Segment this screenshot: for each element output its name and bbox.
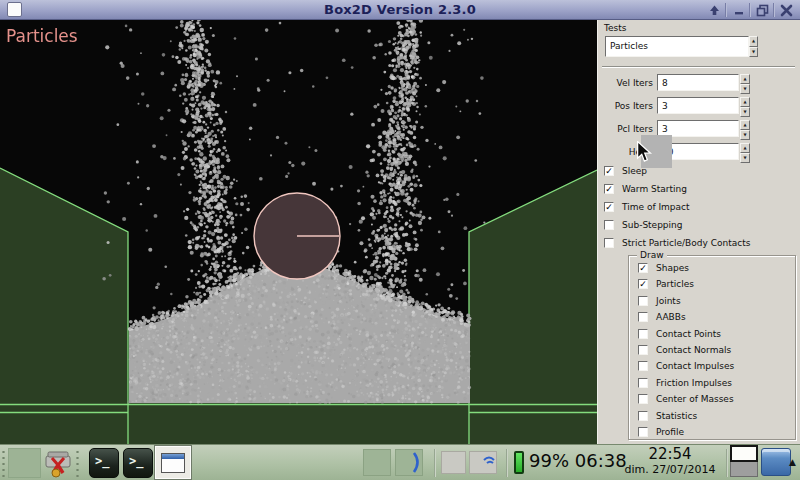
restore-button[interactable] (752, 2, 773, 19)
control-sidebar: Tests Particles ▲ ▼ Vel Iters8▲▼Pos Iter… (597, 20, 800, 444)
unchecked-box-icon[interactable] (638, 411, 648, 421)
mouse-cursor (636, 141, 653, 165)
active-window-task-button[interactable] (155, 446, 191, 479)
pager-inactive-desktop[interactable] (730, 462, 758, 477)
battery-percent: 99% (529, 450, 569, 471)
restore-icon (756, 4, 769, 17)
panel-grip-handle[interactable] (75, 449, 81, 477)
listbox-up-icon[interactable]: ▲ (749, 36, 758, 47)
menu-launcher-button[interactable] (8, 448, 41, 478)
checked-box-icon[interactable]: ✓ (638, 263, 648, 273)
separator (726, 449, 728, 477)
desktop-pager[interactable] (730, 445, 758, 477)
test-selector-listbox[interactable]: Particles ▲ ▼ (605, 36, 749, 57)
clock-applet[interactable]: 22:54 dim. 27/07/2014 (618, 446, 722, 476)
unchecked-box-icon[interactable] (604, 220, 614, 230)
files-window-icon[interactable] (761, 448, 791, 476)
checkbox-label: Time of Impact (622, 202, 690, 212)
checkbox-time-of-impact[interactable]: ✓Time of Impact (598, 202, 800, 214)
checkbox-particles[interactable]: ✓Particles (629, 279, 800, 291)
selected-test: Particles (610, 41, 648, 51)
unchecked-box-icon[interactable] (638, 394, 648, 404)
checkbox-sub-stepping[interactable]: Sub-Stepping (598, 220, 800, 232)
spinner-down-icon[interactable]: ▼ (740, 130, 750, 140)
battery-icon[interactable] (514, 451, 524, 474)
checkbox-label: Particles (656, 279, 694, 289)
checked-box-icon[interactable]: ✓ (604, 202, 614, 212)
window-title: Box2D Version 2.3.0 (0, 2, 800, 17)
spinner-up-icon[interactable]: ▲ (740, 120, 750, 130)
spinner-up-icon[interactable]: ▲ (740, 74, 750, 84)
desktop-screen: Box2D Version 2.3.0 Particles Tests Part… (0, 0, 800, 480)
shade-button[interactable] (704, 2, 725, 19)
spinner-down-icon[interactable]: ▼ (740, 84, 750, 94)
clock-date: dim. 27/07/2014 (618, 463, 722, 476)
checkbox-label: Center of Masses (656, 394, 734, 404)
listbox-down-icon[interactable]: ▼ (749, 47, 758, 58)
checkbox-label: Strict Particle/Body Contacts (622, 238, 750, 248)
terminal-launcher-icon[interactable]: >_ (89, 448, 119, 478)
mixer-tray-icon[interactable] (441, 451, 466, 474)
checkbox-shapes[interactable]: ✓Shapes (629, 263, 800, 275)
checkbox-label: Contact Impulses (656, 361, 734, 371)
checkbox-contact-normals[interactable]: Contact Normals (629, 345, 800, 357)
unchecked-box-icon[interactable] (638, 427, 648, 437)
spinner-down-icon[interactable]: ▼ (740, 153, 750, 163)
checkbox-label: Statistics (656, 411, 697, 421)
unchecked-box-icon[interactable] (638, 345, 648, 355)
spinner-label: Vel Iters (617, 78, 653, 88)
spinner-value-field[interactable]: 3 (657, 97, 739, 114)
taskbar: >_ >_ 99% 06:38 22:54 dim. 27/07/2014 ▲ (0, 444, 800, 480)
battery-status: 99% 06:38 (529, 450, 627, 471)
checkbox-contact-impulses[interactable]: Contact Impulses (629, 361, 800, 373)
clock-time: 22:54 (618, 446, 722, 463)
checkbox-warm-starting[interactable]: ✓Warm Starting (598, 184, 800, 196)
terminal-launcher-icon[interactable]: >_ (123, 448, 153, 478)
unchecked-box-icon[interactable] (638, 329, 648, 339)
checkbox-strict-particle-body-contacts[interactable]: Strict Particle/Body Contacts (598, 238, 800, 250)
checkbox-label: Friction Impulses (656, 378, 732, 388)
simulation-viewport[interactable] (0, 20, 597, 444)
unchecked-box-icon[interactable] (638, 378, 648, 388)
checkbox-sleep[interactable]: ✓Sleep (598, 166, 800, 178)
checkbox-statistics[interactable]: Statistics (629, 411, 800, 423)
checkbox-contact-points[interactable]: Contact Points (629, 329, 800, 341)
unchecked-box-icon[interactable] (638, 312, 648, 322)
spinner-hertz: Hertz60▲▼ (598, 143, 800, 160)
network-tray-icon[interactable] (395, 449, 423, 476)
checked-box-icon[interactable]: ✓ (638, 279, 648, 289)
shade-arrow-icon (708, 4, 721, 17)
gift-package-icon[interactable] (42, 447, 74, 479)
checkbox-profile[interactable]: Profile (629, 427, 800, 439)
draw-panel-title: Draw (637, 250, 667, 260)
unchecked-box-icon[interactable] (604, 238, 614, 248)
checked-box-icon[interactable]: ✓ (604, 166, 614, 176)
spinner-value-field[interactable]: 8 (657, 74, 739, 91)
checkbox-aabbs[interactable]: AABBs (629, 312, 800, 324)
close-x-icon (780, 4, 793, 17)
window-glyph-icon (161, 453, 185, 473)
checkbox-label: Contact Points (656, 329, 721, 339)
unchecked-box-icon[interactable] (638, 296, 648, 306)
checked-box-icon[interactable]: ✓ (604, 184, 614, 194)
unchecked-box-icon[interactable] (638, 361, 648, 371)
wifi-tray-icon[interactable] (469, 451, 497, 474)
spinner-label: Pcl Iters (617, 124, 653, 134)
volume-tray-icon[interactable] (363, 449, 391, 476)
checkbox-center-of-masses[interactable]: Center of Masses (629, 394, 800, 406)
checkbox-friction-impulses[interactable]: Friction Impulses (629, 378, 800, 390)
spinner-up-icon[interactable]: ▲ (740, 143, 750, 153)
test-name-label: Particles (6, 26, 78, 46)
spinner-down-icon[interactable]: ▼ (740, 107, 750, 117)
tests-label: Tests (604, 23, 626, 33)
tray-expand-icon[interactable]: ▲ (789, 457, 796, 467)
spinner-up-icon[interactable]: ▲ (740, 97, 750, 107)
spinner-pcl-iters: Pcl Iters3▲▼ (598, 120, 800, 137)
close-button[interactable] (776, 2, 797, 19)
checkbox-label: AABBs (656, 312, 686, 322)
panel-grip-handle[interactable] (1, 449, 7, 477)
checkbox-joints[interactable]: Joints (629, 296, 800, 308)
pager-active-desktop[interactable] (730, 445, 758, 462)
minimize-button[interactable] (728, 2, 749, 19)
spinner-pos-iters: Pos Iters3▲▼ (598, 97, 800, 114)
